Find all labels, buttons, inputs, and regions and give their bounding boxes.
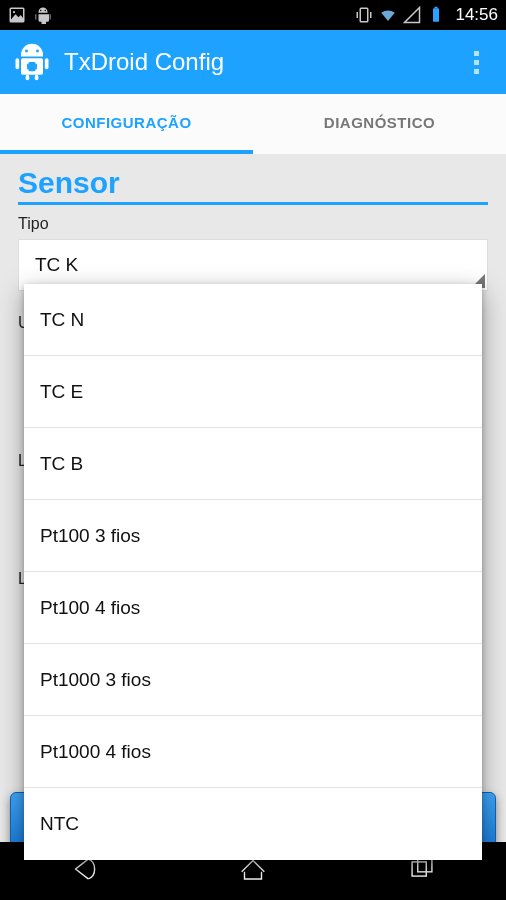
option-label: Pt100 3 fios — [40, 525, 140, 547]
dropdown-option[interactable]: Pt100 3 fios — [24, 500, 482, 572]
wifi-icon — [379, 6, 397, 24]
battery-icon — [427, 6, 445, 24]
app-icon — [10, 40, 54, 84]
tab-diagnostico[interactable]: DIAGNÓSTICO — [253, 94, 506, 154]
option-label: TC E — [40, 381, 83, 403]
svg-rect-16 — [35, 64, 37, 70]
dropdown-option[interactable]: TC B — [24, 428, 482, 500]
option-label: Pt100 4 fios — [40, 597, 140, 619]
svg-point-2 — [40, 10, 42, 12]
svg-point-8 — [36, 50, 39, 53]
vibrate-icon — [355, 6, 373, 24]
svg-rect-13 — [35, 75, 39, 81]
svg-point-1 — [13, 11, 15, 13]
dropdown-option[interactable]: TC N — [24, 284, 482, 356]
tab-configuracao[interactable]: CONFIGURAÇÃO — [0, 94, 253, 154]
svg-rect-14 — [28, 62, 35, 71]
tab-label: CONFIGURAÇÃO — [61, 114, 191, 131]
dropdown-option[interactable]: Pt1000 4 fios — [24, 716, 482, 788]
svg-rect-15 — [27, 64, 29, 70]
svg-point-7 — [25, 50, 28, 53]
section-title: Sensor — [18, 166, 488, 205]
signal-icon — [403, 6, 421, 24]
svg-rect-4 — [361, 8, 369, 22]
overflow-menu-button[interactable] — [456, 40, 496, 84]
field-label-tipo: Tipo — [18, 215, 488, 233]
svg-rect-17 — [412, 862, 426, 876]
svg-rect-10 — [16, 58, 20, 69]
tab-label: DIAGNÓSTICO — [324, 114, 435, 131]
option-label: TC B — [40, 453, 83, 475]
sensor-type-dropdown: TC N TC E TC B Pt100 3 fios Pt100 4 fios… — [24, 284, 482, 860]
option-label: Pt1000 4 fios — [40, 741, 151, 763]
svg-rect-6 — [435, 7, 438, 9]
status-clock: 14:56 — [455, 5, 498, 25]
svg-point-3 — [45, 10, 47, 12]
action-bar: TxDroid Config — [0, 30, 506, 94]
svg-rect-11 — [45, 58, 49, 69]
dropdown-option[interactable]: Pt1000 3 fios — [24, 644, 482, 716]
svg-rect-5 — [433, 8, 439, 22]
tab-bar: CONFIGURAÇÃO DIAGNÓSTICO — [0, 94, 506, 154]
android-icon — [34, 6, 52, 24]
dropdown-option[interactable]: TC E — [24, 356, 482, 428]
option-label: Pt1000 3 fios — [40, 669, 151, 691]
content-area: Sensor Tipo TC K U L L TC N TC E TC B Pt… — [0, 154, 506, 842]
svg-rect-12 — [26, 75, 30, 81]
option-label: NTC — [40, 813, 79, 835]
picture-icon — [8, 6, 26, 24]
dropdown-option[interactable]: NTC — [24, 788, 482, 860]
spinner-selected-value: TC K — [35, 254, 78, 276]
app-title: TxDroid Config — [64, 48, 456, 76]
option-label: TC N — [40, 309, 84, 331]
dropdown-option[interactable]: Pt100 4 fios — [24, 572, 482, 644]
status-bar: 14:56 — [0, 0, 506, 30]
overflow-icon — [474, 51, 479, 74]
